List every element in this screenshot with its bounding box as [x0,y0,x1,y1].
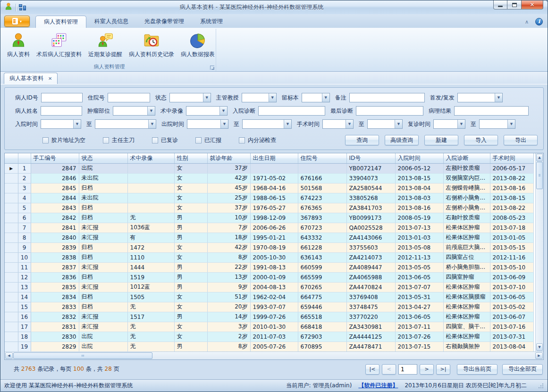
table-row[interactable]: 22846未出院女42岁1971-05-02676166339040732013… [5,173,533,183]
filter-combo[interactable]: ▼ [479,119,515,129]
ribbon-collapse-icon[interactable]: ∧ [525,19,529,25]
column-header[interactable]: 住院号 [298,153,346,163]
table-row[interactable]: 32845归档女45岁1968-04-16501568ZA25805442013… [5,183,533,193]
ribbon-tab-3[interactable]: 光盘录像带管理 [136,16,192,28]
filter-combo[interactable]: ▼ [367,119,403,129]
revisit-reminder-button[interactable]: 近期复诊提醒 [85,30,126,59]
export-button[interactable]: 导出 [504,135,538,145]
filter-checkbox-2[interactable]: 主任主刀 [103,136,135,144]
filter-input[interactable] [349,93,425,102]
table-row[interactable]: 132835未汇报1012蓝男9岁2004-08-13670265ZA44708… [5,282,533,292]
filter-combo[interactable]: ▼ [169,93,211,102]
info-icon[interactable]: i [535,18,543,25]
pie-chart-button[interactable]: 病人数据报表 [177,30,218,59]
scroll-up-icon[interactable]: ▲ [536,154,543,161]
table-row[interactable]: 112837未汇报1444男22岁1991-08-13660599ZA40894… [5,262,533,272]
tab-patient-basic-info[interactable]: 病人基本资料 ✕ [4,73,58,84]
import-button[interactable]: 导入 [464,135,498,145]
filter-input[interactable] [258,106,325,116]
filter-input[interactable] [356,106,423,116]
ribbon-tab-2[interactable]: 科室人员信息 [86,16,136,28]
maximize-button[interactable] [507,0,522,9]
resize-grip[interactable] [538,383,544,389]
filter-combo[interactable]: ▼ [242,93,277,102]
table-row[interactable]: 162832未汇报1517男14岁1999-07-266655183377022… [5,312,533,322]
report-calendar-button[interactable]: 术后病人汇报资料 [33,30,85,59]
filter-input[interactable] [41,93,83,102]
combo-arrow-icon[interactable]: ▼ [73,120,81,128]
filter-combo[interactable]: ▼ [95,119,156,129]
horizontal-scrollbar[interactable]: ◀ ▶ [5,351,543,359]
ribbon-tab-1[interactable]: 病人资料管理 [35,16,86,28]
combo-arrow-icon[interactable]: ▼ [220,120,228,128]
combo-arrow-icon[interactable]: ▼ [203,93,211,102]
filter-combo[interactable]: ▼ [242,119,292,129]
table-row[interactable]: 62842归档无男10岁1998-12-09367893YB0099173200… [5,213,533,223]
table-row[interactable]: 182830出院无女2岁2011-07-03672903ZA4444125201… [5,332,533,342]
column-header[interactable]: 出生日期 [250,153,298,163]
filter-input[interactable] [454,106,529,116]
table-row[interactable]: 72841未汇报1036蓝男7岁2006-06-26670723QA002552… [5,223,533,233]
app-icon[interactable] [4,2,13,11]
export-current-page-button[interactable]: 导出当前页 [457,364,497,375]
table-row[interactable]: 122836归档1519男13岁2000-01-09665599ZA406598… [5,272,533,282]
table-row[interactable]: 152833归档无女20岁1993-07-0765944633748475201… [5,302,533,312]
combo-arrow-icon[interactable]: ▼ [148,120,156,128]
table-row[interactable]: 42844未出院女25岁1988-06-15674223338052682013… [5,193,533,203]
minimize-button[interactable] [493,0,507,9]
scroll-right-icon[interactable]: ▶ [535,352,543,359]
combo-arrow-icon[interactable]: ▼ [457,120,465,128]
table-row[interactable]: ▶12847出院女37岁YB00721472006-05-12左额叶胶质瘤200… [5,163,533,173]
table-row[interactable]: 192829出院无男8岁2005-07-26670895ZA4478471201… [5,342,533,351]
layout-icon[interactable] [19,4,26,11]
table-row[interactable]: 52843归档女37岁1976-05-27676365ZA38417032013… [5,203,533,213]
combo-arrow-icon[interactable]: ▼ [395,120,402,128]
column-header[interactable]: 入院诊断 [443,153,490,163]
table-row[interactable]: 92839归档1472女42岁1970-08-19661228337556032… [5,242,533,252]
filter-input[interactable] [108,93,150,102]
filter-checkbox-4[interactable]: 已汇报 [195,136,221,144]
application-menu-button[interactable]: ▾ [4,16,30,27]
combo-arrow-icon[interactable]: ▼ [346,120,353,128]
vertical-scrollbar-thumb[interactable] [536,162,543,189]
filter-checkbox-3[interactable]: 已复诊 [152,136,178,144]
history-folder-button[interactable]: 病人资料历史记录 [126,30,177,59]
combo-arrow-icon[interactable]: ▼ [269,93,276,102]
tab-close-icon[interactable]: ✕ [48,76,52,81]
vertical-scrollbar[interactable]: ▲ ▼ [535,153,543,351]
next-page-button[interactable]: > [420,364,434,375]
column-header[interactable]: 手术时间 [490,153,533,163]
filter-input[interactable] [41,106,82,116]
scroll-down-icon[interactable]: ▼ [536,343,543,351]
table-row[interactable]: 172831未汇报无女3岁2010-01-30668418ZA343098120… [5,322,533,332]
dialog-launcher-icon[interactable] [210,66,214,70]
column-header[interactable]: 手工编号 [31,153,79,163]
column-header[interactable]: 就诊年龄 [207,153,250,163]
last-page-button[interactable]: >| [436,364,450,375]
ribbon-tab-4[interactable]: 系统管理 [192,16,231,28]
column-header[interactable]: 术中录像 [127,153,174,163]
filter-combo[interactable]: ▼ [41,119,81,129]
filter-combo[interactable]: ▼ [302,93,330,102]
combo-arrow-icon[interactable]: ▼ [507,120,515,128]
filter-combo[interactable]: ▼ [433,119,465,129]
table-row[interactable]: 102838归档1110女8岁2005-10-30636143ZA4214073… [5,252,533,262]
table-row[interactable]: 142834归档1505女51岁1962-02-0466477533769408… [5,292,533,302]
column-header[interactable]: 状态 [79,153,127,163]
table-row[interactable]: 82840未汇报有男18岁1995-01-21643332ZA414306620… [5,233,533,242]
combo-arrow-icon[interactable]: ▼ [284,120,291,128]
column-header[interactable]: 性别 [174,153,207,163]
filter-checkbox-1[interactable]: 胶片地址为空 [42,136,85,144]
software-registered-link[interactable]: 【软件已注册】 [358,382,398,390]
filter-checkbox-5[interactable]: 内分泌检查 [239,136,276,144]
page-number-input[interactable] [398,364,417,375]
combo-arrow-icon[interactable]: ▼ [219,107,227,115]
combo-arrow-icon[interactable]: ▼ [147,107,155,115]
export-all-pages-button[interactable]: 导出全部页 [502,364,543,375]
filter-combo[interactable]: ▼ [113,106,155,116]
filter-combo[interactable]: ▼ [186,106,228,116]
filter-combo[interactable]: ▼ [457,93,503,102]
prev-page-button[interactable]: < [382,364,396,375]
query-button[interactable]: 查询 [345,135,379,145]
advanced-query-button[interactable]: 高级查询 [385,135,419,145]
